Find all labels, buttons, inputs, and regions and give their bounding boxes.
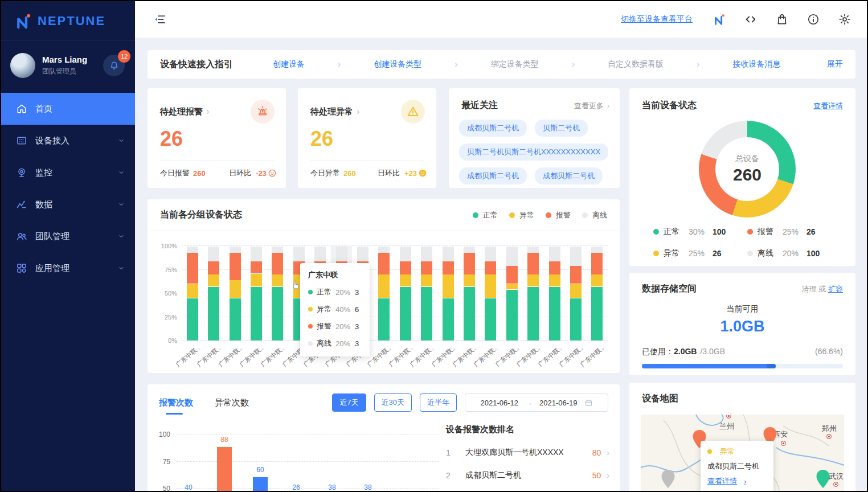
device-status-donut: 总设备 260 bbox=[699, 121, 796, 218]
sidebar-item-data[interactable]: 数据 bbox=[1, 188, 135, 220]
group-status-legend: 正常 异常 报警 离线 bbox=[473, 210, 607, 220]
legend-pct: 25% bbox=[689, 249, 709, 258]
tooltip-title: 广东中联 bbox=[308, 270, 362, 280]
date-from: 2021-06-12 bbox=[481, 399, 519, 407]
tooltip-row: 异常 40% 6 bbox=[308, 304, 362, 314]
neutral-face-icon bbox=[418, 169, 427, 178]
expand-storage-link[interactable]: 扩容 bbox=[828, 285, 843, 293]
date-to: 2021-06-19 bbox=[539, 399, 578, 407]
range-30days-button[interactable]: 近30天 bbox=[374, 393, 412, 412]
map-pin-offline[interactable] bbox=[661, 469, 675, 489]
pending-alarms-card: 待处理报警 › 26 今日报警 260 日环比 -23 bbox=[148, 88, 286, 188]
device-status-card: 当前设备状态 查看详情 总设备 260 正常 30% 100 bbox=[629, 88, 855, 266]
device-tag[interactable]: 成都贝斯二号机 bbox=[459, 167, 527, 184]
legend-value: 100 bbox=[713, 227, 726, 236]
legend-dot bbox=[473, 212, 478, 218]
tooltip-value: 3 bbox=[355, 339, 359, 348]
device-status-legend: 正常 30% 100 报警 25% 26 异常 25% 26 bbox=[653, 227, 841, 259]
guide-expand-link[interactable]: 展开 bbox=[827, 59, 843, 69]
device-tag[interactable]: 成都贝斯二号机 bbox=[459, 120, 527, 137]
range-half-year-button[interactable]: 近半年 bbox=[420, 393, 457, 412]
pending-alarms-title[interactable]: 待处理报警 bbox=[160, 106, 203, 117]
city-marker-icon bbox=[826, 434, 832, 439]
legend-dot bbox=[582, 212, 588, 218]
device-tag[interactable]: 成都贝斯二号机 bbox=[535, 167, 603, 184]
legend-name: 异常 bbox=[519, 210, 534, 220]
guide-step-receive-messages[interactable]: 接收设备消息 bbox=[732, 59, 780, 69]
day-ratio-value: -23 bbox=[256, 169, 267, 178]
today-abnormal-label: 今日异常 bbox=[310, 168, 340, 178]
legend-value: 26 bbox=[806, 227, 816, 236]
guide-step-bind-device-type[interactable]: 绑定设备类型 bbox=[491, 59, 539, 69]
code-icon[interactable] bbox=[744, 13, 757, 26]
popup-detail-link[interactable]: 查看详情 › bbox=[707, 476, 767, 486]
day-ratio-label: 日环比 bbox=[378, 168, 400, 178]
group-status-plot[interactable]: 0%25%50%75%100%广东中联..广东中联..广东中联..广东中联..广… bbox=[182, 246, 608, 341]
pending-abnormal-title[interactable]: 待处理异常 bbox=[310, 106, 353, 117]
sidebar-item-monitor[interactable]: 监控 bbox=[1, 157, 135, 188]
used-value: 2.0GB bbox=[674, 347, 697, 356]
collapse-sidebar-button[interactable] bbox=[154, 13, 166, 26]
content: 设备快速接入指引 创建设备 › 创建设备类型 › 绑定设备类型 › 自定义数据看… bbox=[135, 38, 867, 491]
guide-step-custom-dashboard[interactable]: 自定义数据看版 bbox=[608, 59, 664, 69]
quick-access-guide: 设备快速接入指引 创建设备 › 创建设备类型 › 绑定设备类型 › 自定义数据看… bbox=[148, 50, 855, 79]
chevron-right-icon: › bbox=[607, 448, 609, 457]
chevron-down-icon bbox=[118, 265, 125, 272]
sidebar-item-apps[interactable]: 应用管理 bbox=[1, 252, 135, 284]
guide-step-create-device[interactable]: 创建设备 bbox=[273, 59, 305, 69]
info-icon[interactable] bbox=[807, 13, 820, 26]
available-value: 1.0GB bbox=[629, 318, 855, 335]
rank-index: 2 bbox=[446, 471, 465, 480]
device-tag[interactable]: 贝斯二号机贝斯二号机XXXXXXXXXXXX bbox=[459, 144, 608, 161]
donut-center-label: 总设备 bbox=[735, 154, 759, 164]
legend-dot bbox=[308, 307, 313, 311]
device-access-icon bbox=[16, 135, 27, 146]
map-pin-normal[interactable] bbox=[816, 469, 830, 489]
chevron-down-icon bbox=[118, 201, 125, 208]
tab-abnormal-count[interactable]: 异常次数 bbox=[215, 397, 249, 408]
sidebar-item-device-access[interactable]: 设备接入 bbox=[1, 125, 135, 157]
ranking-row[interactable]: 2 成都贝斯二号机 50 › bbox=[446, 470, 609, 481]
device-tag[interactable]: 贝斯二号机 bbox=[535, 120, 588, 137]
pending-alarms-value: 26 bbox=[148, 124, 286, 151]
clean-link[interactable]: 清理 bbox=[802, 285, 817, 293]
device-map-title: 设备地图 bbox=[642, 393, 678, 405]
dashboard-screen: NEPTUNE Mars Liang 团队管理员 12 首页 bbox=[0, 0, 868, 492]
see-more-link[interactable]: 查看更多 › bbox=[574, 101, 609, 111]
chevron-right-icon: › bbox=[607, 471, 609, 480]
date-range-picker[interactable]: 2021-06-12 → 2021-06-19 bbox=[465, 393, 608, 412]
ranking-row[interactable]: 1 大理双廊贝斯一号机XXXXX 80 › bbox=[446, 448, 609, 458]
bell-icon bbox=[109, 60, 120, 71]
day-ratio-value: +23 bbox=[404, 169, 417, 178]
user-role: 团队管理员 bbox=[42, 67, 103, 76]
rank-value: 80 bbox=[592, 448, 601, 457]
smile-face-icon bbox=[268, 169, 277, 178]
guide-step-create-device-type[interactable]: 创建设备类型 bbox=[374, 59, 421, 69]
avatar[interactable] bbox=[10, 53, 35, 78]
tooltip-value: 3 bbox=[355, 322, 359, 331]
notifications-button[interactable]: 12 bbox=[103, 55, 125, 76]
chevron-right-icon: › bbox=[206, 106, 209, 117]
device-map[interactable]: 兰州 西安 郑州 武汉 bbox=[641, 415, 844, 491]
tab-alarm-count[interactable]: 报警次数 bbox=[159, 397, 193, 408]
tooltip-row: 正常 20% 3 bbox=[308, 287, 362, 297]
store-bag-icon[interactable] bbox=[776, 13, 788, 26]
legend-name: 报警 bbox=[758, 227, 778, 237]
sidebar-item-team[interactable]: 团队管理 bbox=[1, 220, 135, 252]
used-label: 已使用： bbox=[642, 347, 674, 357]
ranking-title: 设备报警次数排名 bbox=[446, 424, 609, 435]
range-7days-button[interactable]: 近7天 bbox=[332, 393, 366, 412]
siren-icon bbox=[251, 100, 275, 124]
collapse-sidebar-icon bbox=[154, 13, 166, 26]
today-abnormal-value: 260 bbox=[343, 169, 356, 178]
rank-value: 50 bbox=[592, 471, 601, 480]
view-details-link[interactable]: 查看详情 bbox=[813, 101, 843, 111]
neptune-logo-icon[interactable] bbox=[713, 13, 726, 26]
tooltip-row: 报警 20% 3 bbox=[308, 321, 362, 331]
legend-dot bbox=[509, 212, 515, 218]
notification-badge: 12 bbox=[118, 50, 130, 63]
switch-platform-link[interactable]: 切换至设备查看平台 bbox=[621, 14, 693, 24]
group-status-title: 当前各分组设备状态 bbox=[160, 209, 242, 221]
sidebar-item-home[interactable]: 首页 bbox=[1, 93, 135, 125]
settings-gear-icon[interactable] bbox=[838, 13, 851, 26]
